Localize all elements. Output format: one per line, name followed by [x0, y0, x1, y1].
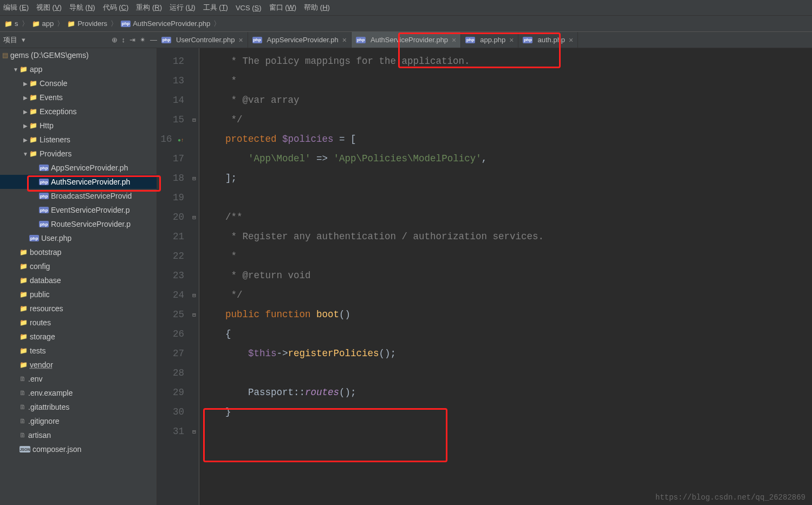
file-icon: 🗎 [20, 375, 26, 383]
hide-icon[interactable]: — [150, 36, 157, 44]
tree-item[interactable]: ▼📁app [0, 62, 157, 76]
tree-item[interactable]: 🗎artisan [0, 428, 157, 442]
tree-item[interactable]: ▶📁Events [0, 90, 157, 104]
editor-tab[interactable]: phpAppServiceProvider.ph× [248, 32, 352, 48]
tree-item[interactable]: 📁vendor [0, 358, 157, 372]
tree-item[interactable]: ▶📁Exceptions [0, 104, 157, 119]
tree-item[interactable]: ▤gems (D:\GEMS\gems) [0, 48, 157, 62]
line-gutter: 1213141516 ●↑171819202122232425262728293… [157, 48, 190, 505]
tab-label: UserController.php [176, 36, 235, 44]
target-icon[interactable]: ⊕ [112, 36, 118, 44]
menu-item[interactable]: 视图 (V) [36, 3, 62, 12]
tree-item[interactable]: phpUser.php [0, 231, 157, 245]
close-icon[interactable]: × [342, 36, 347, 44]
panel-label: 项目 [3, 35, 17, 45]
php-file-icon: php [29, 235, 39, 241]
menu-item[interactable]: 窗口 (W) [269, 3, 297, 12]
close-icon[interactable]: × [452, 36, 456, 44]
breadcrumb-bar[interactable]: 📁s〉📁app〉📁Providers〉phpAuthServiceProvide… [0, 16, 812, 32]
tree-item[interactable]: 📁resources [0, 301, 157, 316]
tree-item[interactable]: 📁config [0, 259, 157, 273]
menu-item[interactable]: 导航 (N) [69, 3, 95, 12]
sort-icon[interactable]: ↕ [122, 36, 126, 44]
close-icon[interactable]: × [509, 36, 514, 44]
tree-item[interactable]: JSONcomposer.json [0, 442, 157, 456]
file-icon: 🗎 [20, 417, 26, 425]
tree-item[interactable]: 📁storage [0, 330, 157, 344]
close-icon[interactable]: × [238, 36, 243, 44]
menu-item[interactable]: 编辑 (E) [3, 3, 29, 12]
php-file-icon: php [465, 37, 475, 43]
fold-column[interactable]: ⊟⊟⊟⊟⊟⊟ [190, 48, 199, 505]
tab-toolbar-row: 项目 ▾ ⊕ ↕ ⇥ ✴ — phpUserController.php×php… [0, 32, 812, 48]
file-icon: 🗎 [20, 431, 26, 439]
code-area[interactable]: * The policy mappings for the applicatio… [199, 48, 812, 505]
php-file-icon: php [161, 37, 171, 43]
breadcrumb-item[interactable]: phpAuthServiceProvider.php [119, 19, 212, 28]
tree-item[interactable]: 🗎.env.example [0, 386, 157, 400]
php-file-icon: php [252, 37, 262, 43]
tree-item[interactable]: 🗎.env [0, 372, 157, 386]
tree-item[interactable]: ▶📁Listeners [0, 133, 157, 147]
tree-item[interactable]: phpBroadcastServiceProvid [0, 189, 157, 203]
php-file-icon: php [39, 165, 49, 171]
php-file-icon: php [356, 37, 366, 43]
tree-item[interactable]: 📁bootstrap [0, 245, 157, 259]
gear-icon[interactable]: ✴ [140, 36, 146, 44]
collapse-icon[interactable]: ⇥ [129, 36, 135, 44]
main-menubar[interactable]: 编辑 (E)视图 (V)导航 (N)代码 (C)重构 (R)运行 (U)工具 (… [0, 0, 812, 16]
tab-label: app.php [480, 36, 505, 44]
tree-item[interactable]: 🗎.gitignore [0, 414, 157, 428]
menu-item[interactable]: 重构 (R) [136, 3, 162, 12]
breadcrumb-item[interactable]: 📁Providers [65, 19, 109, 28]
tree-item[interactable]: 📁public [0, 287, 157, 301]
editor-tab[interactable]: phpAuthServiceProvider.php× [352, 32, 461, 48]
tree-item[interactable]: phpRouteServiceProvider.p [0, 217, 157, 231]
tree-item[interactable]: ▶📁Http [0, 119, 157, 133]
editor-tabs: phpUserController.php×phpAppServiceProvi… [157, 32, 578, 48]
editor-tab[interactable]: phpauth.php× [518, 32, 578, 48]
editor-tab[interactable]: phpUserController.php× [157, 32, 248, 48]
tab-label: AppServiceProvider.ph [267, 36, 339, 44]
tab-label: AuthServiceProvider.php [371, 36, 448, 44]
watermark-text: https://blog.csdn.net/qq_26282869 [655, 493, 805, 502]
menu-item[interactable]: 工具 (T) [203, 3, 228, 12]
php-file-icon: php [523, 37, 532, 43]
php-file-icon: php [39, 207, 49, 213]
menu-item[interactable]: 代码 (C) [103, 3, 129, 12]
tree-item[interactable]: 🗎.gitattributes [0, 400, 157, 414]
breadcrumb-item[interactable]: 📁app [30, 19, 56, 28]
tree-item[interactable]: 📁database [0, 273, 157, 287]
php-file-icon: php [39, 193, 49, 199]
menu-item[interactable]: VCS (S) [236, 4, 262, 12]
json-file-icon: JSON [20, 446, 30, 452]
tree-item[interactable]: phpEventServiceProvider.p [0, 203, 157, 217]
tab-label: auth.php [537, 36, 565, 44]
tree-item[interactable]: phpAuthServiceProvider.ph [0, 175, 157, 189]
tree-item[interactable]: ▶📁Console [0, 76, 157, 90]
close-icon[interactable]: × [569, 36, 573, 44]
code-editor[interactable]: 1213141516 ●↑171819202122232425262728293… [157, 48, 812, 505]
php-file-icon: php [39, 221, 49, 227]
php-file-icon: php [39, 179, 49, 185]
dropdown-icon[interactable]: ▾ [22, 36, 25, 44]
tree-item[interactable]: phpAppServiceProvider.ph [0, 161, 157, 175]
menu-item[interactable]: 运行 (U) [170, 3, 196, 12]
tree-item[interactable]: 📁routes [0, 316, 157, 330]
project-tree[interactable]: ▤gems (D:\GEMS\gems)▼📁app▶📁Console▶📁Even… [0, 48, 157, 505]
breadcrumb-item[interactable]: 📁s [2, 19, 21, 28]
tree-item[interactable]: 📁tests [0, 344, 157, 358]
menu-item[interactable]: 帮助 (H) [304, 3, 330, 12]
editor-tab[interactable]: phpapp.php× [461, 32, 518, 48]
file-icon: 🗎 [20, 403, 26, 411]
tree-item[interactable]: ▼📁Providers [0, 147, 157, 161]
file-icon: 🗎 [20, 389, 26, 397]
